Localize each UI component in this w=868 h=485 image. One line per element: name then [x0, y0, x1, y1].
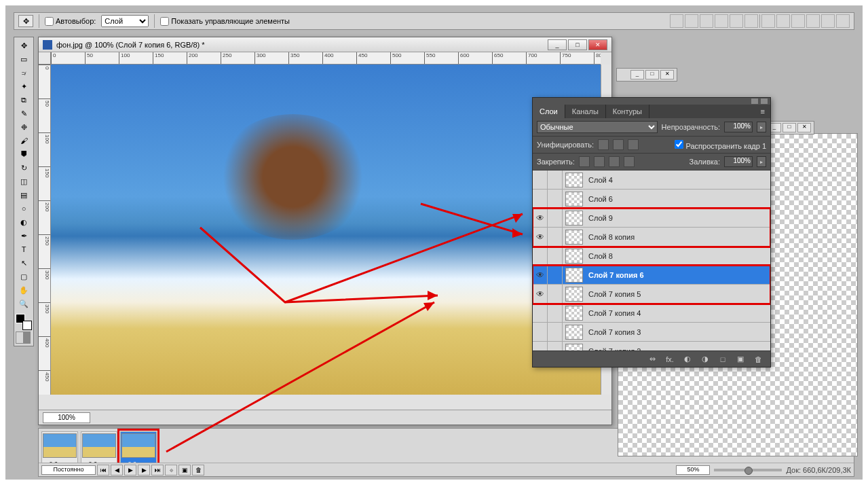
layer-thumbnail[interactable] — [565, 268, 583, 283]
next-frame-button[interactable]: ▶ — [138, 465, 150, 475]
align-center-h-button[interactable] — [685, 14, 698, 28]
ruler-origin[interactable] — [39, 52, 51, 65]
heal-tool[interactable]: ❉ — [16, 121, 32, 133]
marquee-tool[interactable]: ▭ — [16, 53, 32, 65]
distribute-center-v-button[interactable] — [821, 14, 835, 28]
layer-link-cell[interactable] — [548, 190, 563, 208]
layer-thumbnail[interactable] — [565, 344, 583, 351]
brush-tool[interactable]: 🖌 — [16, 134, 32, 147]
canvas-area[interactable] — [51, 65, 601, 395]
delete-frame-button[interactable]: 🗑 — [192, 465, 204, 475]
eraser-tool[interactable]: ◫ — [16, 175, 32, 187]
distribute-top-button[interactable] — [806, 14, 820, 28]
unify-style-icon[interactable] — [628, 139, 639, 150]
fill-input[interactable]: 100% — [724, 156, 753, 167]
ruler-vertical[interactable]: 050100150200250300350400450500 — [39, 65, 51, 395]
layer-row[interactable]: Слой 7 копия 3 — [533, 323, 770, 342]
quick-mask-toggle[interactable] — [16, 331, 31, 344]
layer-link-cell[interactable] — [548, 323, 563, 341]
layer-link-cell[interactable] — [548, 209, 563, 227]
align-left-button[interactable] — [670, 14, 683, 28]
layer-link-cell[interactable] — [548, 266, 563, 284]
lock-all-icon[interactable] — [624, 156, 635, 167]
layer-row[interactable]: Слой 7 копия 4 — [533, 304, 770, 323]
layer-footer-button[interactable]: ▣ — [734, 353, 747, 365]
visibility-toggle[interactable] — [533, 190, 548, 208]
layer-footer-button[interactable]: fx. — [663, 353, 677, 365]
panel-tab-Каналы[interactable]: Каналы — [565, 105, 606, 118]
layer-thumbnail[interactable] — [565, 325, 583, 340]
align-top-button[interactable] — [715, 14, 728, 28]
layer-thumbnail[interactable] — [565, 192, 583, 206]
layer-thumbnail[interactable] — [565, 173, 583, 187]
background-color[interactable] — [22, 321, 32, 330]
layer-row[interactable]: Слой 4 — [533, 170, 770, 190]
last-frame-button[interactable]: ⏭ — [151, 465, 164, 475]
zoom-tool[interactable]: 🔍 — [16, 298, 32, 310]
lock-pixels-icon[interactable] — [579, 156, 590, 167]
layer-footer-button[interactable]: 🗑 — [751, 353, 765, 365]
layer-link-cell[interactable] — [548, 285, 563, 303]
fill-arrow[interactable]: ▸ — [757, 156, 766, 167]
layer-row[interactable]: 👁Слой 8 копия — [533, 228, 770, 247]
visibility-toggle[interactable] — [533, 342, 548, 351]
wand-tool[interactable]: ✦ — [16, 80, 32, 92]
visibility-toggle[interactable]: 👁 — [533, 285, 548, 303]
distribute-bottom-button[interactable] — [836, 14, 850, 28]
eyedropper-tool[interactable]: ✎ — [16, 107, 32, 120]
blend-mode-dropdown[interactable]: Обычные — [537, 121, 658, 133]
layer-row[interactable]: Слой 7 копия 2 — [533, 342, 770, 351]
auto-select-dropdown[interactable]: Слой — [101, 15, 149, 27]
layer-link-cell[interactable] — [548, 247, 563, 265]
panel-menu-icon[interactable]: ≡ — [755, 105, 770, 118]
visibility-toggle[interactable]: 👁 — [533, 266, 548, 284]
align-center-v-button[interactable] — [730, 14, 743, 28]
layer-row[interactable]: 👁Слой 7 копия 5 — [533, 285, 770, 304]
loop-dropdown[interactable]: Постоянно — [41, 465, 96, 475]
document-titlebar[interactable]: фон.jpg @ 100% (Слой 7 копия 6, RGB/8) *… — [39, 37, 611, 52]
move-tool[interactable]: ✥ — [16, 39, 32, 52]
prev-frame-button[interactable]: ◀ — [111, 465, 123, 475]
layer-thumbnail[interactable] — [565, 306, 583, 321]
shape-tool[interactable]: ▢ — [16, 270, 32, 283]
unify-position-icon[interactable] — [598, 139, 609, 150]
lasso-tool[interactable]: ⟉ — [16, 67, 32, 79]
crop-tool[interactable]: ⧉ — [16, 94, 32, 106]
close-icon[interactable] — [761, 98, 768, 104]
auto-select-checkbox[interactable]: Автовыбор: — [45, 17, 96, 26]
stamp-tool[interactable]: ⛊ — [16, 148, 32, 160]
distribute-right-button[interactable] — [791, 14, 805, 28]
lock-move-icon[interactable] — [609, 156, 620, 167]
minimized-panel-1[interactable]: _□✕ — [616, 68, 677, 82]
layer-footer-button[interactable]: ◐ — [681, 353, 694, 365]
layer-row[interactable]: 👁Слой 7 копия 6 — [533, 266, 770, 285]
distribute-center-h-button[interactable] — [776, 14, 790, 28]
align-right-button[interactable] — [700, 14, 713, 28]
timeline-zoom-slider[interactable] — [714, 469, 782, 471]
layer-footer-button[interactable]: ⇔ — [645, 353, 659, 365]
ruler-horizontal[interactable]: 0501001502002503003504004505005506006507… — [51, 52, 601, 65]
visibility-toggle[interactable]: 👁 — [533, 209, 548, 227]
panel-tab-Контуры[interactable]: Контуры — [606, 105, 649, 118]
path-select-tool[interactable]: ↖ — [16, 257, 32, 269]
collapse-icon[interactable] — [751, 98, 758, 104]
visibility-toggle[interactable] — [533, 323, 548, 341]
layer-row[interactable]: Слой 8 — [533, 247, 770, 266]
close-button[interactable]: ✕ — [588, 39, 607, 50]
duplicate-frame-button[interactable]: ▣ — [178, 465, 191, 475]
visibility-toggle[interactable]: 👁 — [533, 228, 548, 246]
layer-footer-button[interactable]: □ — [716, 353, 730, 365]
lock-position-icon[interactable] — [594, 156, 605, 167]
layer-thumbnail[interactable] — [565, 230, 583, 245]
pen-tool[interactable]: ✒ — [16, 230, 32, 242]
layer-row[interactable]: 👁Слой 9 — [533, 209, 770, 228]
first-frame-button[interactable]: ⏮ — [97, 465, 109, 475]
distribute-left-button[interactable] — [761, 14, 775, 28]
history-brush-tool[interactable]: ↻ — [16, 162, 32, 174]
gradient-tool[interactable]: ▤ — [16, 189, 32, 201]
layer-thumbnail[interactable] — [565, 211, 583, 226]
opacity-arrow[interactable]: ▸ — [757, 122, 766, 132]
zoom-input[interactable]: 100% — [43, 412, 90, 423]
layer-link-cell[interactable] — [548, 304, 563, 322]
layer-footer-button[interactable]: ◑ — [698, 353, 712, 365]
